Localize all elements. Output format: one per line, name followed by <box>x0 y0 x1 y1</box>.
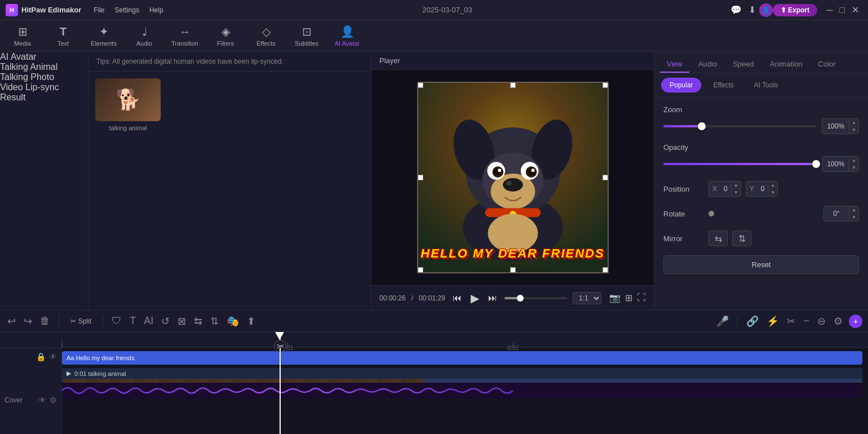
toolbar-audio[interactable]: ♩ Audio <box>124 22 165 50</box>
tab-view[interactable]: View <box>660 56 689 73</box>
mirror-vertical-button[interactable]: ⇅ <box>732 231 751 246</box>
toolbar-filters[interactable]: ◈ Filters <box>205 22 246 50</box>
video-canvas: HELLO MY DEAR FRIENDS <box>417 82 609 273</box>
handle-top-right[interactable] <box>603 82 608 88</box>
cut-icon[interactable]: ✂ <box>785 313 797 329</box>
zoom-up-arrow[interactable]: ▲ <box>849 119 858 126</box>
app-logo: H HitPaw Edimakor <box>6 4 81 16</box>
sub-tab-ai-tools[interactable]: AI Tools <box>746 78 786 92</box>
menu-settings[interactable]: Settings <box>110 5 144 15</box>
reset-button[interactable]: Reset <box>663 255 859 274</box>
x-down-arrow[interactable]: ▼ <box>732 189 741 196</box>
y-down-arrow[interactable]: ▼ <box>768 189 777 196</box>
fullscreen-button[interactable]: ⛶ <box>637 293 646 303</box>
zoom-slider[interactable] <box>663 125 816 127</box>
rotate-down-arrow[interactable]: ▼ <box>849 214 858 221</box>
opacity-slider-wrap <box>663 163 816 165</box>
sidebar-item-talking-animal[interactable]: Talking Animal <box>0 62 88 72</box>
sub-tab-popular[interactable]: Popular <box>661 78 701 92</box>
settings-icon[interactable]: ⚙ <box>832 313 844 329</box>
tab-animation[interactable]: Animation <box>763 56 809 73</box>
connect-icon[interactable]: ⚡ <box>765 313 781 329</box>
avatar[interactable]: 👤 <box>759 3 773 17</box>
eye-text-icon[interactable]: 👁 <box>49 352 57 361</box>
link-icon[interactable]: 🔗 <box>745 313 760 329</box>
step-back-button[interactable]: ⏮ <box>451 291 463 305</box>
loop-icon[interactable]: ↺ <box>160 313 171 329</box>
crop-icon[interactable]: ⊠ <box>176 313 188 329</box>
mirror-horizontal-button[interactable]: ⇆ <box>708 231 728 246</box>
toolbar-media[interactable]: ⊞ Media <box>2 22 43 50</box>
step-forward-button[interactable]: ⏭ <box>486 291 499 305</box>
sidebar-item-result[interactable]: Result <box>0 92 88 103</box>
upload-icon[interactable]: ⬆ <box>245 313 257 329</box>
ai-box-icon[interactable]: AI <box>142 313 155 329</box>
split-button[interactable]: ✂ Split <box>66 315 96 327</box>
position-x-input[interactable]: X 0 ▲ ▼ <box>708 181 741 197</box>
media-item-talking-animal[interactable]: 🐕 talking animal <box>95 78 161 131</box>
tab-color[interactable]: Color <box>812 56 843 73</box>
close-button[interactable]: ✕ <box>848 3 862 16</box>
rotate-up-arrow[interactable]: ▲ <box>849 206 858 214</box>
toolbar-ai-avatar[interactable]: 👤 AI Avatar <box>327 22 367 50</box>
sub-tab-effects[interactable]: Effects <box>705 78 742 92</box>
toolbar-text[interactable]: T Text <box>43 22 83 50</box>
y-up-arrow[interactable]: ▲ <box>768 181 777 189</box>
minimize-button[interactable]: ─ <box>823 4 836 16</box>
zoom-select[interactable]: 1:1 1:2 2:1 <box>573 292 601 304</box>
export-button[interactable]: ⬆ Export <box>773 4 817 16</box>
sidebar-item-ai-avatar[interactable]: AI Avatar <box>0 52 88 62</box>
toolbar-transition[interactable]: ↔ Transition <box>165 22 205 50</box>
sidebar-item-video-lipsync[interactable]: Video Lip-sync <box>0 82 88 92</box>
play-button[interactable]: ▶ <box>469 290 481 307</box>
menu-help[interactable]: Help <box>145 5 168 15</box>
x-up-arrow[interactable]: ▲ <box>732 181 741 189</box>
handle-bottom-mid[interactable] <box>510 267 516 273</box>
opacity-up-arrow[interactable]: ▲ <box>849 157 858 164</box>
handle-bottom-left[interactable] <box>418 267 423 273</box>
maximize-button[interactable]: □ <box>836 4 848 16</box>
x-value: 0 <box>720 185 731 193</box>
download-icon[interactable]: ⬇ <box>745 3 759 16</box>
playhead-bar[interactable] <box>504 297 567 299</box>
chat-icon[interactable]: 💬 <box>727 3 745 16</box>
menu-file[interactable]: File <box>89 5 109 15</box>
undo-button[interactable]: ↩ <box>6 313 17 329</box>
effects-icon: ◇ <box>262 25 271 38</box>
lock-text-icon[interactable]: 🔒 <box>36 352 46 361</box>
toolbar-subtitles[interactable]: ⊡ Subtitles <box>286 22 327 50</box>
mirror-v-icon[interactable]: ⇅ <box>209 313 220 329</box>
add-track-button[interactable]: + <box>849 315 862 328</box>
opacity-down-arrow[interactable]: ▼ <box>849 164 858 171</box>
toolbar-effects[interactable]: ◇ Effects <box>246 22 286 50</box>
video-track-bar[interactable]: ▶ 0:01 talking animal 🐕 🐕 🐕 🐕 🐕 🐕 🐕 🐕 <box>62 368 862 398</box>
toolbar-elements[interactable]: ✦ Elements <box>83 22 124 50</box>
handle-mid-left[interactable] <box>418 175 423 180</box>
subtract-icon[interactable]: − <box>801 313 811 329</box>
delete-button[interactable]: 🗑 <box>38 313 52 329</box>
tab-audio[interactable]: Audio <box>692 56 724 73</box>
screenshot-button[interactable]: 📷 <box>609 293 621 303</box>
zoom-down-arrow[interactable]: ▼ <box>849 126 858 134</box>
timeline-right-buttons: 🎤 🔗 ⚡ ✂ − ⊖ ⚙ + <box>715 313 862 329</box>
eye-video-icon[interactable]: 👁 <box>38 396 46 405</box>
handle-top-left[interactable] <box>418 82 423 88</box>
mirror-h-icon[interactable]: ⇆ <box>192 313 204 329</box>
position-y-input[interactable]: Y 0 ▲ ▼ <box>746 181 778 197</box>
shield-icon[interactable]: 🛡 <box>110 313 123 329</box>
video-frames: 🐕 🐕 🐕 🐕 🐕 🐕 🐕 🐕 🐕 🐕 🐕 🐕 <box>62 379 862 383</box>
microphone-icon[interactable]: 🎤 <box>715 313 730 329</box>
minus-circle-icon[interactable]: ⊖ <box>816 313 827 329</box>
tab-speed[interactable]: Speed <box>726 56 761 73</box>
settings-video-icon[interactable]: ⚙ <box>50 396 57 405</box>
text-box-icon[interactable]: T <box>128 313 138 329</box>
handle-top-mid[interactable] <box>510 82 516 88</box>
sidebar-item-talking-photo[interactable]: Talking Photo <box>0 72 88 82</box>
text-track-bar[interactable]: Aa Hello my dear friends <box>62 351 862 365</box>
layout-button[interactable]: ⊞ <box>625 293 632 303</box>
face-detect-icon[interactable]: 🎭 <box>225 313 241 329</box>
opacity-slider[interactable] <box>663 163 816 165</box>
handle-bottom-right[interactable] <box>603 267 608 273</box>
redo-button[interactable]: ↪ <box>22 313 34 329</box>
handle-mid-right[interactable] <box>603 175 608 180</box>
